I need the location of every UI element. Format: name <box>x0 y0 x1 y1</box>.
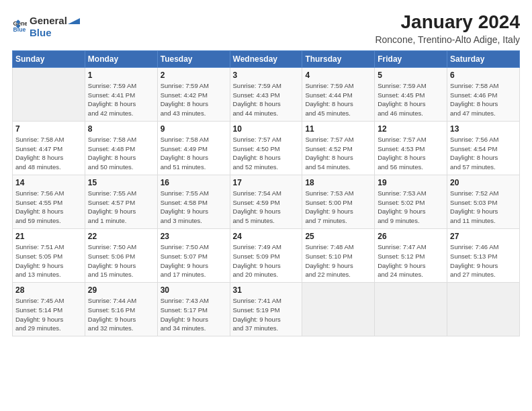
header-friday: Friday <box>375 50 447 67</box>
week-row-2: 14Sunrise: 7:56 AM Sunset: 4:55 PM Dayli… <box>13 175 520 228</box>
calendar-cell <box>13 67 85 121</box>
day-info: Sunrise: 7:51 AM Sunset: 5:05 PM Dayligh… <box>15 242 82 279</box>
day-number: 27 <box>450 232 517 241</box>
day-info: Sunrise: 7:58 AM Sunset: 4:47 PM Dayligh… <box>15 135 82 172</box>
day-number: 14 <box>15 178 82 187</box>
day-number: 8 <box>88 124 154 134</box>
day-info: Sunrise: 7:56 AM Sunset: 4:55 PM Dayligh… <box>15 189 82 226</box>
calendar-cell: 4Sunrise: 7:59 AM Sunset: 4:44 PM Daylig… <box>302 67 375 121</box>
calendar-cell: 30Sunrise: 7:43 AM Sunset: 5:17 PM Dayli… <box>157 283 230 336</box>
page-container: General Blue General Blue January 2024 R… <box>0 0 532 343</box>
location-title: Roncone, Trentino-Alto Adige, Italy <box>375 34 520 45</box>
day-number: 6 <box>450 71 517 80</box>
day-number: 22 <box>88 232 154 241</box>
week-row-4: 28Sunrise: 7:45 AM Sunset: 5:14 PM Dayli… <box>13 283 520 336</box>
calendar-cell: 12Sunrise: 7:57 AM Sunset: 4:53 PM Dayli… <box>375 121 447 175</box>
logo-general: General <box>30 15 67 27</box>
header-saturday: Saturday <box>447 50 520 67</box>
day-info: Sunrise: 7:52 AM Sunset: 5:03 PM Dayligh… <box>450 189 517 226</box>
day-number: 26 <box>378 232 444 241</box>
calendar-cell: 9Sunrise: 7:58 AM Sunset: 4:49 PM Daylig… <box>157 121 230 175</box>
calendar-cell <box>302 283 375 336</box>
week-row-1: 7Sunrise: 7:58 AM Sunset: 4:47 PM Daylig… <box>13 121 520 175</box>
header-row: SundayMondayTuesdayWednesdayThursdayFrid… <box>13 50 520 67</box>
day-info: Sunrise: 7:55 AM Sunset: 4:57 PM Dayligh… <box>88 189 154 226</box>
calendar-cell: 15Sunrise: 7:55 AM Sunset: 4:57 PM Dayli… <box>85 175 157 228</box>
day-info: Sunrise: 7:50 AM Sunset: 5:06 PM Dayligh… <box>88 242 154 279</box>
day-number: 15 <box>88 178 154 187</box>
calendar-cell: 11Sunrise: 7:57 AM Sunset: 4:52 PM Dayli… <box>302 121 375 175</box>
logo: General Blue General Blue <box>12 12 81 39</box>
calendar-cell: 6Sunrise: 7:58 AM Sunset: 4:46 PM Daylig… <box>447 67 520 121</box>
calendar-cell: 19Sunrise: 7:53 AM Sunset: 5:02 PM Dayli… <box>375 175 447 228</box>
logo-icon: General Blue <box>12 18 27 33</box>
week-row-3: 21Sunrise: 7:51 AM Sunset: 5:05 PM Dayli… <box>13 228 520 282</box>
calendar-cell: 7Sunrise: 7:58 AM Sunset: 4:47 PM Daylig… <box>13 121 85 175</box>
day-number: 9 <box>161 124 227 134</box>
calendar-cell: 29Sunrise: 7:44 AM Sunset: 5:16 PM Dayli… <box>85 283 157 336</box>
week-row-0: 1Sunrise: 7:59 AM Sunset: 4:41 PM Daylig… <box>13 67 520 121</box>
calendar-cell: 17Sunrise: 7:54 AM Sunset: 4:59 PM Dayli… <box>230 175 302 228</box>
day-number: 18 <box>305 178 371 187</box>
day-info: Sunrise: 7:59 AM Sunset: 4:42 PM Dayligh… <box>161 81 227 118</box>
day-info: Sunrise: 7:59 AM Sunset: 4:41 PM Dayligh… <box>88 81 154 118</box>
day-number: 24 <box>233 232 300 241</box>
logo-text: General Blue <box>30 12 81 39</box>
day-info: Sunrise: 7:59 AM Sunset: 4:43 PM Dayligh… <box>233 81 300 118</box>
day-info: Sunrise: 7:54 AM Sunset: 4:59 PM Dayligh… <box>233 189 300 226</box>
calendar-cell: 31Sunrise: 7:41 AM Sunset: 5:19 PM Dayli… <box>230 283 302 336</box>
day-info: Sunrise: 7:43 AM Sunset: 5:17 PM Dayligh… <box>161 296 227 333</box>
title-block: January 2024 Roncone, Trentino-Alto Adig… <box>375 12 520 45</box>
day-info: Sunrise: 7:59 AM Sunset: 4:44 PM Dayligh… <box>305 81 371 118</box>
day-info: Sunrise: 7:46 AM Sunset: 5:13 PM Dayligh… <box>450 242 517 279</box>
header: General Blue General Blue January 2024 R… <box>12 12 520 45</box>
day-number: 2 <box>161 71 227 80</box>
day-number: 29 <box>88 285 154 295</box>
day-number: 12 <box>378 124 444 134</box>
calendar-cell: 3Sunrise: 7:59 AM Sunset: 4:43 PM Daylig… <box>230 67 302 121</box>
day-info: Sunrise: 7:57 AM Sunset: 4:53 PM Dayligh… <box>378 135 444 172</box>
calendar-table: SundayMondayTuesdayWednesdayThursdayFrid… <box>12 50 520 336</box>
header-thursday: Thursday <box>302 50 375 67</box>
day-info: Sunrise: 7:58 AM Sunset: 4:48 PM Dayligh… <box>88 135 154 172</box>
calendar-cell: 28Sunrise: 7:45 AM Sunset: 5:14 PM Dayli… <box>13 283 85 336</box>
day-info: Sunrise: 7:57 AM Sunset: 4:50 PM Dayligh… <box>233 135 300 172</box>
day-number: 4 <box>305 71 371 80</box>
calendar-cell: 20Sunrise: 7:52 AM Sunset: 5:03 PM Dayli… <box>447 175 520 228</box>
calendar-cell: 13Sunrise: 7:56 AM Sunset: 4:54 PM Dayli… <box>447 121 520 175</box>
calendar-cell: 2Sunrise: 7:59 AM Sunset: 4:42 PM Daylig… <box>157 67 230 121</box>
day-number: 1 <box>88 71 154 80</box>
calendar-cell: 1Sunrise: 7:59 AM Sunset: 4:41 PM Daylig… <box>85 67 157 121</box>
month-title: January 2024 <box>375 12 520 33</box>
day-number: 13 <box>450 124 517 134</box>
day-number: 20 <box>450 178 517 187</box>
calendar-cell: 26Sunrise: 7:47 AM Sunset: 5:12 PM Dayli… <box>375 228 447 282</box>
day-number: 21 <box>15 232 82 241</box>
header-monday: Monday <box>85 50 157 67</box>
day-info: Sunrise: 7:57 AM Sunset: 4:52 PM Dayligh… <box>305 135 371 172</box>
day-number: 7 <box>15 124 82 134</box>
day-info: Sunrise: 7:55 AM Sunset: 4:58 PM Dayligh… <box>161 189 227 226</box>
calendar-cell: 8Sunrise: 7:58 AM Sunset: 4:48 PM Daylig… <box>85 121 157 175</box>
calendar-cell <box>375 283 447 336</box>
calendar-cell: 23Sunrise: 7:50 AM Sunset: 5:07 PM Dayli… <box>157 228 230 282</box>
calendar-cell: 14Sunrise: 7:56 AM Sunset: 4:55 PM Dayli… <box>13 175 85 228</box>
day-info: Sunrise: 7:53 AM Sunset: 5:00 PM Dayligh… <box>305 189 371 226</box>
logo-triangle-icon <box>68 12 80 24</box>
day-info: Sunrise: 7:53 AM Sunset: 5:02 PM Dayligh… <box>378 189 444 226</box>
svg-marker-3 <box>68 18 80 24</box>
calendar-cell: 24Sunrise: 7:49 AM Sunset: 5:09 PM Dayli… <box>230 228 302 282</box>
day-info: Sunrise: 7:47 AM Sunset: 5:12 PM Dayligh… <box>378 242 444 279</box>
day-info: Sunrise: 7:41 AM Sunset: 5:19 PM Dayligh… <box>233 296 300 333</box>
calendar-cell: 27Sunrise: 7:46 AM Sunset: 5:13 PM Dayli… <box>447 228 520 282</box>
day-number: 23 <box>161 232 227 241</box>
day-info: Sunrise: 7:50 AM Sunset: 5:07 PM Dayligh… <box>161 242 227 279</box>
day-number: 28 <box>15 285 82 295</box>
day-info: Sunrise: 7:44 AM Sunset: 5:16 PM Dayligh… <box>88 296 154 333</box>
day-info: Sunrise: 7:49 AM Sunset: 5:09 PM Dayligh… <box>233 242 300 279</box>
day-info: Sunrise: 7:58 AM Sunset: 4:46 PM Dayligh… <box>450 81 517 118</box>
day-number: 3 <box>233 71 300 80</box>
header-sunday: Sunday <box>13 50 85 67</box>
day-info: Sunrise: 7:58 AM Sunset: 4:49 PM Dayligh… <box>161 135 227 172</box>
calendar-header: SundayMondayTuesdayWednesdayThursdayFrid… <box>13 50 520 67</box>
